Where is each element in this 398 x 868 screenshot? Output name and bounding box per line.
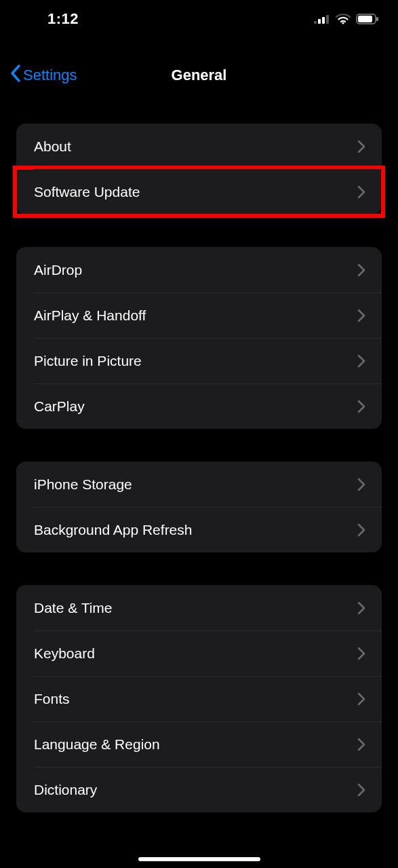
svg-rect-0 — [314, 21, 317, 24]
settings-row-carplay[interactable]: CarPlay — [16, 383, 382, 429]
chevron-right-icon — [357, 601, 365, 615]
row-label: CarPlay — [34, 398, 85, 415]
row-label: AirPlay & Handoff — [34, 307, 146, 324]
chevron-right-icon — [357, 309, 365, 322]
row-label: Background App Refresh — [34, 522, 192, 538]
chevron-right-icon — [357, 647, 365, 660]
row-label: Language & Region — [34, 736, 160, 753]
chevron-right-icon — [357, 738, 365, 751]
settings-row-about[interactable]: About — [16, 124, 382, 169]
nav-bar: Settings General — [0, 52, 398, 99]
battery-icon — [356, 14, 379, 24]
status-time: 1:12 — [20, 10, 79, 28]
settings-row-airplay[interactable]: AirPlay & Handoff — [16, 293, 382, 338]
cellular-icon — [314, 14, 330, 24]
settings-group: AboutSoftware Update — [16, 124, 382, 214]
chevron-right-icon — [357, 783, 365, 797]
chevron-right-icon — [357, 478, 365, 491]
chevron-right-icon — [357, 185, 365, 199]
svg-rect-6 — [358, 16, 372, 22]
chevron-right-icon — [357, 354, 365, 368]
settings-group: AirDropAirPlay & HandoffPicture in Pictu… — [16, 247, 382, 429]
chevron-right-icon — [357, 400, 365, 413]
row-label: AirDrop — [34, 262, 82, 278]
row-label: Date & Time — [34, 600, 113, 616]
status-bar: 1:12 — [0, 0, 398, 38]
settings-group: iPhone StorageBackground App Refresh — [16, 461, 382, 552]
settings-row-date_time[interactable]: Date & Time — [16, 585, 382, 630]
chevron-right-icon — [357, 263, 365, 277]
status-icons — [314, 14, 379, 24]
svg-point-4 — [342, 22, 344, 24]
row-label: Software Update — [34, 184, 140, 200]
back-label: Settings — [23, 67, 77, 84]
chevron-right-icon — [357, 140, 365, 153]
content: AboutSoftware UpdateAirDropAirPlay & Han… — [0, 124, 398, 812]
row-label: About — [34, 138, 71, 155]
svg-rect-1 — [318, 19, 321, 24]
home-indicator — [138, 857, 260, 861]
settings-row-dictionary[interactable]: Dictionary — [16, 767, 382, 812]
chevron-left-icon — [9, 64, 22, 87]
svg-rect-7 — [376, 17, 378, 21]
row-label: Keyboard — [34, 645, 95, 662]
settings-row-pip[interactable]: Picture in Picture — [16, 338, 382, 383]
chevron-right-icon — [357, 523, 365, 537]
svg-rect-2 — [322, 17, 325, 24]
svg-rect-3 — [326, 15, 329, 24]
row-label: iPhone Storage — [34, 476, 132, 493]
row-label: Picture in Picture — [34, 353, 142, 369]
wifi-icon — [336, 14, 351, 24]
settings-group: Date & TimeKeyboardFontsLanguage & Regio… — [16, 585, 382, 812]
settings-row-airdrop[interactable]: AirDrop — [16, 247, 382, 293]
chevron-right-icon — [357, 692, 365, 706]
row-label: Dictionary — [34, 782, 97, 798]
settings-row-storage[interactable]: iPhone Storage — [16, 461, 382, 507]
settings-row-lang_region[interactable]: Language & Region — [16, 721, 382, 767]
settings-row-fonts[interactable]: Fonts — [16, 676, 382, 721]
back-button[interactable]: Settings — [9, 64, 77, 87]
settings-row-keyboard[interactable]: Keyboard — [16, 630, 382, 676]
row-label: Fonts — [34, 691, 70, 707]
settings-row-software_update[interactable]: Software Update — [16, 169, 382, 214]
settings-row-bg_refresh[interactable]: Background App Refresh — [16, 507, 382, 552]
